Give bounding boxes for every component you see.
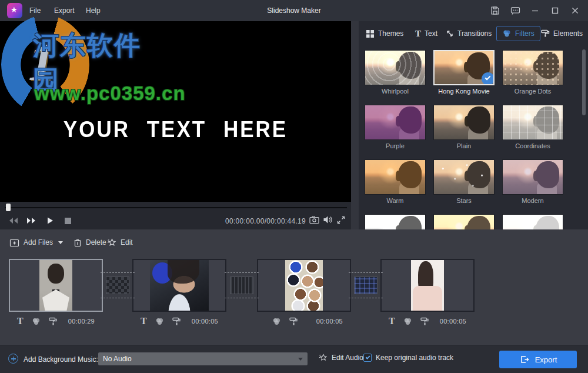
filter-circles-icon <box>31 317 41 326</box>
feedback-icon[interactable] <box>508 4 522 18</box>
stop-button[interactable] <box>61 215 74 227</box>
export-icon <box>519 355 529 364</box>
filter-thumbnail[interactable] <box>502 159 563 195</box>
dropdown-caret-icon <box>58 241 63 244</box>
add-files-button[interactable]: Add Files <box>9 235 63 249</box>
filter-item[interactable] <box>502 214 563 229</box>
filter-item[interactable]: Modern <box>502 159 563 205</box>
keep-audio-checkbox[interactable] <box>363 354 372 362</box>
edit-audio-button[interactable]: Edit Audio <box>319 354 363 362</box>
panel-tabs: Themes T Text Transitions Filters <box>359 26 588 42</box>
delete-button[interactable]: Delete <box>74 235 106 249</box>
filter-item[interactable]: Stars <box>433 159 495 205</box>
app-logo-icon: ★ <box>7 3 22 18</box>
paint-roller-icon <box>289 317 298 326</box>
filter-thumbnail[interactable] <box>365 214 426 229</box>
volume-icon[interactable] <box>323 215 333 226</box>
footer-bar: Add Background Music: No Audio Edit Audi… <box>0 345 588 373</box>
add-music-label: Add Background Music: <box>24 355 98 364</box>
menu-help[interactable]: Help <box>86 6 101 15</box>
filter-item[interactable]: Plain <box>433 105 495 151</box>
edit-button[interactable]: Edit <box>107 235 133 249</box>
text-applied-icon: T <box>389 317 395 326</box>
filter-item[interactable] <box>365 214 426 229</box>
filter-thumbnail[interactable] <box>433 214 495 229</box>
transition-thumbnail <box>106 277 129 294</box>
filter-circles-icon <box>403 317 413 326</box>
filter-item[interactable]: Coordinates <box>502 105 563 151</box>
timeline-clip[interactable] <box>9 259 103 312</box>
transition[interactable] <box>354 277 377 294</box>
rewind-button[interactable] <box>7 215 20 227</box>
paint-roller-icon <box>172 317 181 326</box>
filter-thumbnail[interactable] <box>433 50 495 85</box>
filter-thumbnail[interactable] <box>365 159 426 195</box>
seek-handle[interactable] <box>6 204 11 211</box>
tab-text[interactable]: T Text <box>412 26 441 41</box>
fullscreen-icon[interactable] <box>336 215 347 226</box>
transition-thumbnail <box>354 277 377 294</box>
audio-select[interactable]: No Audio <box>98 352 308 365</box>
clip-info-row: T00:00:29T00:00:0500:00:05T00:00:05 <box>0 315 588 327</box>
timeline-toolbar: Add Files Delete Edit <box>0 235 588 249</box>
keep-audio-option[interactable]: Keep original audio track <box>363 354 453 362</box>
timeline-section: Add Files Delete Edit T00:00:29T00:00:05… <box>0 229 588 345</box>
time-display: 00:00:00.00/00:00:44.19 <box>225 217 306 225</box>
tab-transitions[interactable]: Transitions <box>442 26 495 41</box>
timeline-clip[interactable] <box>132 259 226 312</box>
filter-thumbnail[interactable] <box>502 214 563 229</box>
panel-scrollbar[interactable] <box>582 49 586 115</box>
filter-item[interactable]: Warm <box>365 159 426 205</box>
clip-icons: 00:00:05 <box>257 315 351 327</box>
filter-grid: WhirlpoolHong Kong MovieOrange DotsPurpl… <box>365 48 574 229</box>
filter-item[interactable]: Purple <box>365 105 426 151</box>
filter-label: Hong Kong Movie <box>433 88 495 95</box>
tab-themes[interactable]: Themes <box>362 26 407 41</box>
seek-bar[interactable] <box>5 207 347 208</box>
filter-item[interactable] <box>433 214 495 229</box>
menu-file[interactable]: File <box>29 6 41 15</box>
video-preview[interactable]: YOUR TEXT HERE <box>0 21 351 202</box>
export-button[interactable]: Export <box>499 351 577 368</box>
filter-thumbnail[interactable] <box>433 159 495 195</box>
filter-thumbnail[interactable] <box>433 105 495 140</box>
paint-roller-icon <box>541 29 550 38</box>
tab-elements[interactable]: Elements <box>537 26 586 41</box>
transition[interactable] <box>106 277 129 294</box>
menu-export[interactable]: Export <box>54 6 75 15</box>
slideshow-maker-window: ★ File Export Help Slideshow Maker <box>0 0 588 373</box>
snapshot-camera-icon[interactable] <box>309 215 320 226</box>
maximize-icon[interactable] <box>548 4 562 18</box>
filter-label: Purple <box>365 142 426 149</box>
text-icon: T <box>415 29 421 38</box>
tab-filters[interactable]: Filters <box>496 26 540 41</box>
play-button[interactable] <box>44 215 56 227</box>
paint-roller-icon <box>49 317 58 326</box>
filter-item[interactable]: Whirlpool <box>365 50 426 96</box>
filter-thumbnail[interactable] <box>502 50 563 85</box>
clip-thumbnail <box>285 260 323 311</box>
minimize-icon[interactable] <box>528 4 542 18</box>
edit-audio-star-icon <box>319 354 328 362</box>
add-music-plus-icon[interactable] <box>8 354 18 364</box>
selected-check-icon <box>482 72 495 85</box>
text-applied-icon: T <box>17 317 24 326</box>
filter-thumbnail[interactable] <box>365 50 426 85</box>
timeline-clip[interactable] <box>380 259 475 312</box>
filter-item[interactable]: Orange Dots <box>502 50 563 96</box>
effects-panel: Themes T Text Transitions Filters <box>359 21 588 229</box>
filter-thumbnail[interactable] <box>502 105 563 140</box>
transition[interactable] <box>230 277 253 294</box>
save-icon[interactable] <box>488 4 502 18</box>
filter-circles-icon <box>502 29 512 38</box>
filter-thumbnail[interactable] <box>365 105 426 140</box>
clip-icons: T00:00:29 <box>9 315 103 327</box>
timeline-clip[interactable] <box>257 259 351 312</box>
filter-item[interactable]: Hong Kong Movie <box>433 50 495 96</box>
fast-forward-button[interactable] <box>25 215 38 227</box>
text-applied-icon: T <box>141 317 147 326</box>
diagonal-arrow-icon <box>446 29 454 38</box>
close-icon[interactable] <box>568 4 582 18</box>
filter-label: Warm <box>365 197 426 204</box>
clip-thumbnail <box>150 260 209 311</box>
